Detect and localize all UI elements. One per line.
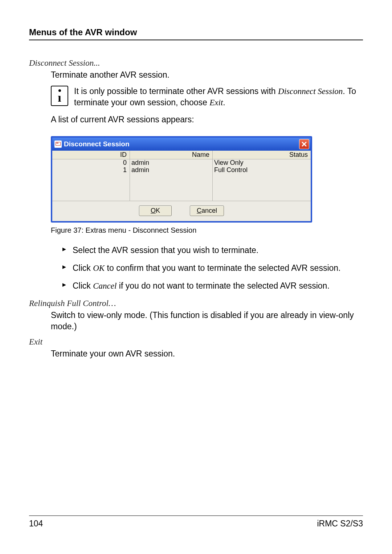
disconnect-session-dialog: Disconnect Session ID Name Status <box>51 136 312 223</box>
section-header: Menus of the AVR window <box>29 27 363 40</box>
triangle-bullet-icon <box>62 265 67 270</box>
page-footer: 104 iRMC S2/S3 <box>29 516 363 529</box>
b2-pre: Click <box>73 263 93 273</box>
close-button[interactable] <box>299 139 309 149</box>
list-item: Click OK to confirm that you want to ter… <box>62 262 363 274</box>
triangle-bullet-icon <box>62 282 67 288</box>
cancel-rest: ancel <box>201 207 217 214</box>
ok-button[interactable]: OK <box>139 205 172 216</box>
table-filler <box>52 174 311 201</box>
page-number: 104 <box>29 519 43 529</box>
b3-post: if you do not want to terminate the sele… <box>117 281 329 290</box>
disconnect-session-heading: Disconnect Session... <box>29 58 363 68</box>
dialog-title: Disconnect Session <box>64 140 130 148</box>
b2-post: to confirm that you want to terminate th… <box>105 263 340 273</box>
exit-body: Terminate your own AVR session. <box>51 348 363 359</box>
cell-status: View Only <box>212 159 311 167</box>
info-icon: ı <box>51 86 68 106</box>
figure-caption: Figure 37: Extras menu - Disconnect Sess… <box>51 226 363 235</box>
table-row[interactable]: 1 admin Full Control <box>52 167 311 174</box>
ok-underline: O <box>151 207 156 214</box>
relinquish-heading: Relinquish Full Control… <box>29 299 363 308</box>
cell-name: admin <box>130 167 213 174</box>
col-status: Status <box>212 151 311 159</box>
cancel-button[interactable]: Cancel <box>190 205 224 216</box>
list-intro: A list of current AVR sessions appears: <box>51 114 363 125</box>
bullet-3-text: Click Cancel if you do not want to termi… <box>73 280 330 292</box>
close-icon <box>301 141 307 147</box>
cancel-underline: C <box>197 207 201 214</box>
list-item: Select the AVR session that you wish to … <box>62 245 363 256</box>
bullet-2-text: Click OK to confirm that you want to ter… <box>73 262 340 274</box>
disconnect-session-intro: Terminate another AVR session. <box>51 69 363 81</box>
exit-heading: Exit <box>29 337 363 347</box>
session-table[interactable]: ID Name Status 0 admin View Only 1 <box>52 151 311 201</box>
dialog-titlebar: Disconnect Session <box>52 138 311 151</box>
svg-rect-2 <box>56 143 58 143</box>
cell-id: 0 <box>52 159 130 167</box>
table-row[interactable]: 0 admin View Only <box>52 159 311 167</box>
cell-id: 1 <box>52 167 130 174</box>
info-pre: It is only possible to terminate other A… <box>74 86 278 96</box>
col-name: Name <box>130 151 213 159</box>
info-em1: Disconnect Session <box>278 87 343 96</box>
info-em2: Exit <box>209 98 223 107</box>
info-note: ı It is only possible to terminate other… <box>51 86 363 108</box>
cell-status: Full Control <box>212 167 311 174</box>
info-tail: . <box>223 98 225 107</box>
list-item: Click Cancel if you do not want to termi… <box>62 280 363 292</box>
app-icon <box>54 140 62 148</box>
table-header-row: ID Name Status <box>52 151 311 159</box>
relinquish-body: Switch to view-only mode. (This function… <box>51 310 363 332</box>
info-note-text: It is only possible to terminate other A… <box>74 86 363 108</box>
b3-em: Cancel <box>93 281 117 290</box>
ok-rest: K <box>156 207 160 214</box>
triangle-bullet-icon <box>62 247 67 252</box>
bullet-1-text: Select the AVR session that you wish to … <box>73 245 258 256</box>
b2-em: OK <box>93 264 105 273</box>
doc-id: iRMC S2/S3 <box>317 519 363 529</box>
b3-pre: Click <box>73 281 93 290</box>
cell-name: admin <box>130 159 213 167</box>
col-id: ID <box>52 151 130 159</box>
